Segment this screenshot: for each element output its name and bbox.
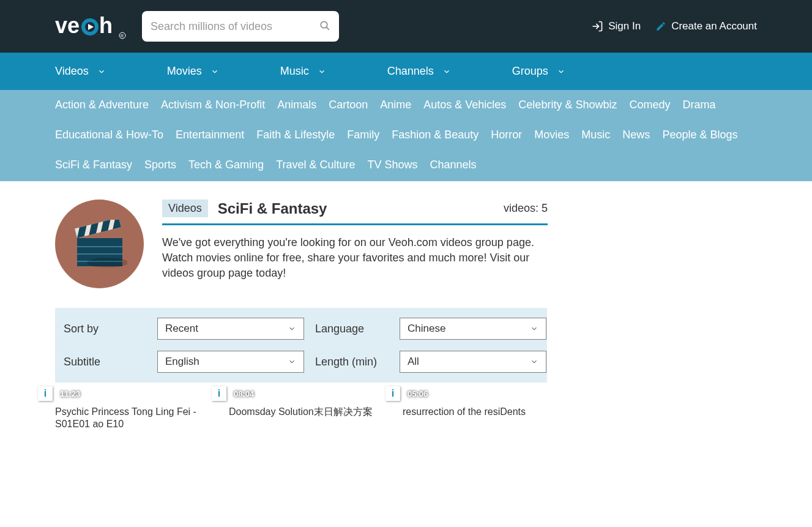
mainnav-label: Groups [512, 65, 548, 78]
subnav-item[interactable]: News [622, 129, 650, 148]
main-nav-inner: VideosMoviesMusicChannelsGroups [55, 53, 757, 90]
subnav-item[interactable]: TV Shows [368, 159, 418, 178]
subnav-item[interactable]: Drama [682, 99, 715, 118]
subnav-item[interactable]: Sports [144, 159, 176, 178]
subtitle-value: English [165, 356, 199, 368]
subnav-item[interactable]: Anime [380, 99, 411, 118]
topbar-inner: ve h R Sign In Create an Account [55, 0, 757, 53]
subnav-item[interactable]: People & Blogs [662, 129, 737, 148]
subnav-item[interactable]: Entertainment [176, 129, 244, 148]
video-grid: 11:23iPsychic Princess Tong Ling Fei - S… [55, 403, 757, 445]
mainnav-label: Movies [167, 65, 202, 78]
mainnav-label: Channels [387, 65, 434, 78]
subnav-item[interactable]: Fashion & Beauty [392, 129, 479, 148]
video-title[interactable]: Doomsday Solution末日解决方案 [229, 406, 383, 418]
category-icon-wrap [55, 200, 144, 288]
video-count: videos: 5 [504, 202, 548, 215]
chevron-down-icon [557, 67, 565, 76]
subnav-item[interactable]: Cartoon [329, 99, 368, 118]
subnav-item[interactable]: Channels [430, 159, 477, 178]
sign-in-icon [591, 20, 603, 32]
svg-point-19 [87, 258, 127, 267]
clapper-icon [55, 200, 144, 288]
chevron-down-icon [442, 67, 451, 76]
length-label: Length (min) [315, 356, 389, 368]
sign-in-label: Sign In [608, 20, 641, 32]
chevron-down-icon [210, 67, 219, 76]
subnav-item[interactable]: SciFi & Fantasy [55, 159, 132, 178]
svg-point-7 [321, 21, 327, 28]
length-value: All [408, 356, 419, 368]
main-nav: VideosMoviesMusicChannelsGroups [0, 53, 812, 90]
mainnav-item-channels[interactable]: Channels [387, 53, 451, 90]
category-title-row: Videos SciFi & Fantasy videos: 5 [162, 200, 548, 225]
chevron-down-icon [318, 67, 326, 76]
language-label: Language [315, 323, 389, 335]
video-card: 05:06iresurrection of the resiDents [403, 403, 557, 430]
logo[interactable]: ve h R [55, 12, 129, 40]
length-select[interactable]: All [400, 351, 546, 373]
filter-bar: Sort by Recent Language Chinese Subtitle… [55, 308, 547, 383]
subnav-item[interactable]: Celebrity & Showbiz [518, 99, 617, 118]
subnav-item[interactable]: Music [581, 129, 610, 148]
mainnav-item-music[interactable]: Music [280, 53, 326, 90]
subnav-item[interactable]: Educational & How-To [55, 129, 163, 148]
create-account-link[interactable]: Create an Account [655, 20, 757, 32]
chevron-down-icon [530, 357, 538, 366]
sign-in-link[interactable]: Sign In [591, 20, 641, 32]
sort-value: Recent [165, 323, 198, 335]
language-select[interactable]: Chinese [400, 318, 546, 340]
sort-select[interactable]: Recent [157, 318, 304, 340]
svg-text:R: R [121, 34, 124, 38]
video-title[interactable]: Psychic Princess Tong Ling Fei - S01E01 … [55, 406, 209, 430]
mainnav-item-videos[interactable]: Videos [55, 53, 106, 90]
mainnav-item-groups[interactable]: Groups [512, 53, 565, 90]
video-duration: 08:04 [234, 389, 254, 398]
chevron-down-icon [288, 324, 296, 333]
category-main: Videos SciFi & Fantasy videos: 5 We've g… [162, 200, 548, 288]
subnav-item[interactable]: Travel & Culture [276, 159, 355, 178]
search-input[interactable] [151, 20, 319, 33]
subnav-item[interactable]: Family [347, 129, 379, 148]
create-account-label: Create an Account [671, 20, 757, 32]
mainnav-label: Music [280, 65, 309, 78]
mainnav-item-movies[interactable]: Movies [167, 53, 219, 90]
subnav-item[interactable]: Activism & Non-Profit [161, 99, 265, 118]
top-actions: Sign In Create an Account [591, 20, 757, 32]
video-duration: 11:23 [60, 389, 80, 398]
chevron-down-icon [288, 357, 296, 366]
sub-nav-inner: Action & AdventureActivism & Non-ProfitA… [55, 90, 757, 181]
info-icon[interactable]: i [386, 386, 400, 401]
chevron-down-icon [530, 324, 538, 333]
svg-text:h: h [99, 13, 113, 38]
search-box [142, 11, 339, 42]
subnav-item[interactable]: Horror [491, 129, 522, 148]
info-icon[interactable]: i [38, 386, 53, 401]
subnav-item[interactable]: Tech & Gaming [188, 159, 264, 178]
info-icon[interactable]: i [212, 386, 226, 401]
subnav-item[interactable]: Animals [277, 99, 316, 118]
subnav-item[interactable]: Movies [534, 129, 569, 148]
chevron-down-icon [97, 67, 106, 76]
video-title[interactable]: resurrection of the resiDents [403, 406, 557, 418]
video-duration: 05:06 [408, 389, 428, 398]
category-description: We've got everything you're looking for … [162, 235, 548, 282]
language-value: Chinese [408, 323, 445, 335]
topbar: ve h R Sign In Create an Account [0, 0, 812, 53]
svg-line-8 [326, 27, 329, 30]
pencil-icon [655, 21, 666, 32]
subnav-item[interactable]: Autos & Vehicles [423, 99, 506, 118]
search-icon [319, 20, 330, 31]
subnav-item[interactable]: Action & Adventure [55, 99, 149, 118]
subnav-item[interactable]: Faith & Lifestyle [256, 129, 335, 148]
subtitle-label: Subtitle [64, 356, 146, 368]
video-card: 11:23iPsychic Princess Tong Ling Fei - S… [55, 403, 209, 430]
mainnav-label: Videos [55, 65, 89, 78]
content: Videos SciFi & Fantasy videos: 5 We've g… [55, 181, 757, 445]
video-card: 08:04iDoomsday Solution末日解决方案 [229, 403, 383, 430]
subtitle-select[interactable]: English [157, 351, 304, 373]
category-title: SciFi & Fantasy [218, 200, 327, 217]
video-card [576, 403, 731, 430]
subnav-item[interactable]: Comedy [629, 99, 670, 118]
search-button[interactable] [319, 20, 330, 33]
